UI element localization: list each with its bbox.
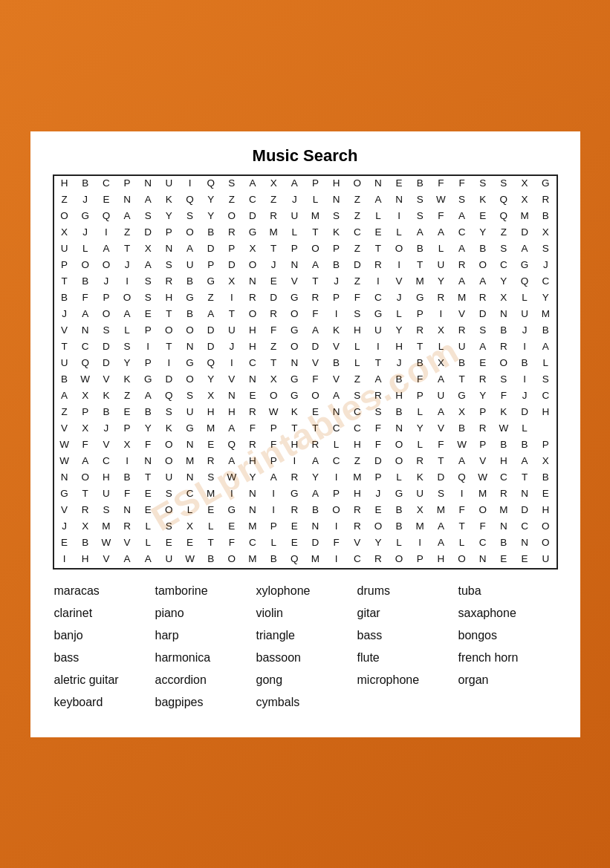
grid-cell: K (326, 323, 347, 339)
grid-cell: T (54, 274, 75, 290)
grid-cell: V (305, 356, 325, 372)
grid-cell: V (473, 454, 493, 470)
grid-cell: T (75, 486, 96, 503)
grid-cell: E (242, 388, 263, 405)
grid-cell: I (409, 535, 430, 552)
grid-cell: S (137, 290, 158, 307)
grid-cell: G (54, 486, 75, 503)
grid-cell: Q (201, 176, 221, 192)
grid-cell: T (430, 454, 451, 470)
grid-cell: J (326, 274, 347, 290)
grid-cell: F (430, 209, 451, 225)
grid-cell: A (137, 388, 158, 405)
grid-cell: S (347, 307, 368, 323)
grid-cell: A (430, 372, 451, 388)
grid-cell: C (493, 258, 514, 274)
grid-cell: Z (347, 454, 368, 470)
grid-cell: P (284, 241, 305, 258)
grid-cell: O (368, 519, 389, 535)
grid-cell: K (409, 470, 430, 486)
grid-cell: S (158, 405, 179, 421)
grid-cell: M (535, 307, 556, 323)
grid-cell: O (347, 176, 368, 192)
grid-cell: V (117, 535, 137, 552)
grid-cell: B (493, 437, 514, 454)
grid-cell: S (493, 241, 514, 258)
grid-cell: G (284, 372, 305, 388)
grid-cell: S (137, 209, 158, 225)
grid-cell: Q (493, 192, 514, 209)
grid-cell: L (263, 535, 284, 552)
grid-cell: S (158, 486, 179, 503)
grid-cell: O (75, 258, 96, 274)
grid-cell: E (117, 405, 137, 421)
grid-cell: I (158, 356, 179, 372)
grid-cell: B (201, 552, 221, 568)
word-item: french horn (457, 648, 558, 668)
grid-cell: M (96, 519, 117, 535)
grid-cell: S (473, 176, 493, 192)
grid-cell: R (242, 290, 263, 307)
grid-cell: A (284, 176, 305, 192)
grid-cell: X (514, 192, 535, 209)
grid-cell: B (117, 470, 137, 486)
grid-cell: D (347, 258, 368, 274)
grid-cell: V (96, 372, 117, 388)
grid-cell: W (54, 454, 75, 470)
grid-cell: P (54, 258, 75, 274)
grid-cell: N (179, 470, 200, 486)
grid-cell: V (54, 503, 75, 519)
grid-cell: B (179, 274, 200, 290)
grid-cell: D (305, 535, 325, 552)
grid-cell: N (389, 192, 409, 209)
grid-cell: U (430, 388, 451, 405)
grid-cell: J (389, 290, 409, 307)
grid-cell: T (305, 225, 325, 241)
grid-cell: C (473, 535, 493, 552)
grid-cell: R (75, 503, 96, 519)
grid-cell: W (75, 372, 96, 388)
grid-cell: B (535, 323, 556, 339)
grid-cell: A (430, 535, 451, 552)
grid-cell: E (158, 535, 179, 552)
grid-cell: A (473, 339, 493, 356)
grid-cell: P (75, 405, 96, 421)
grid-cell: A (430, 519, 451, 535)
grid-cell: O (179, 225, 200, 241)
grid-cell: O (389, 552, 409, 568)
grid-cell: N (514, 486, 535, 503)
grid-cell: Z (347, 372, 368, 388)
grid-cell: O (242, 258, 263, 274)
grid-cell: A (451, 241, 472, 258)
grid-cell: N (326, 405, 347, 421)
grid-cell: Z (117, 388, 137, 405)
grid-cell: H (75, 552, 96, 568)
grid-cell: Z (347, 209, 368, 225)
grid-cell: N (305, 519, 325, 535)
grid-cell: Z (347, 241, 368, 258)
grid-cell: F (242, 421, 263, 437)
grid-cell: X (242, 241, 263, 258)
grid-cell: M (347, 470, 368, 486)
grid-cell: W (54, 437, 75, 454)
grid-cell: L (326, 437, 347, 454)
grid-cell: A (137, 258, 158, 274)
grid-cell: R (347, 503, 368, 519)
grid-cell: A (96, 241, 117, 258)
grid-cell: T (368, 241, 389, 258)
grid-cell: N (284, 356, 305, 372)
grid-cell: S (137, 274, 158, 290)
grid-cell: U (54, 241, 75, 258)
grid-cell: A (430, 225, 451, 241)
grid-cell: A (514, 241, 535, 258)
grid-cell: D (514, 405, 535, 421)
grid-cell: Q (158, 388, 179, 405)
grid-cell: A (117, 307, 137, 323)
grid-cell: S (96, 503, 117, 519)
word-list-row: bassharmonicabassoonflutefrench horn (53, 648, 558, 668)
grid-cell: P (263, 421, 284, 437)
grid-cell: T (221, 307, 242, 323)
grid-cell: B (514, 437, 535, 454)
grid-cell: H (242, 454, 263, 470)
grid-cell: L (305, 192, 325, 209)
